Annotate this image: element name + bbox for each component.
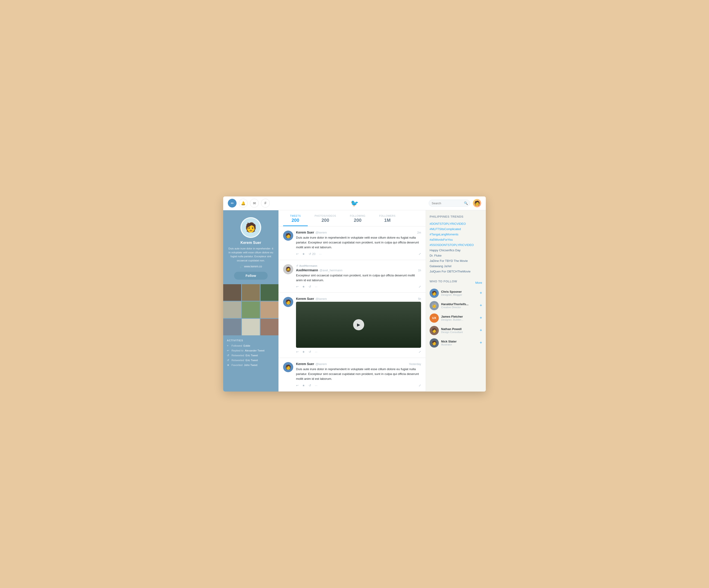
activity-text: Retweeted (232, 354, 244, 357)
suggest-desc: Designer, Blogger (441, 293, 477, 296)
explore-button[interactable]: # (261, 199, 270, 208)
compose-button[interactable]: ✏ (228, 199, 237, 208)
retweet-button[interactable]: ↺ (309, 384, 311, 387)
tweet-avatar[interactable]: 🧑 (283, 362, 293, 372)
follow-button[interactable]: Follow (234, 272, 268, 279)
tab-followers[interactable]: FOLLOWERS 1M (372, 210, 402, 226)
activity-link-john[interactable]: John Tweet (244, 364, 258, 367)
tweet-handle[interactable]: @axel_herrmann (319, 269, 343, 272)
user-avatar-nav[interactable]: 🧑 (473, 199, 481, 207)
add-follow-button[interactable]: + (479, 340, 482, 345)
expand-icon[interactable]: ⤢ (419, 285, 421, 288)
suggest-avatar: UX (429, 314, 439, 323)
photo-cell[interactable] (242, 284, 260, 301)
tweet-handle[interactable]: @kerem (316, 362, 327, 366)
add-follow-button[interactable]: + (479, 303, 482, 308)
activity-link-alexander[interactable]: Alexander Tweet (245, 349, 264, 352)
trend-item[interactable]: Dr. Fluke (429, 253, 482, 258)
photo-cell[interactable] (261, 301, 279, 318)
trends-list: #DONTSTOPLYRICVIDEO #MLFTSItsComplicated… (429, 221, 482, 274)
trend-item[interactable]: #DONTSTOPLYRICVIDEO (429, 221, 482, 226)
photo-cell[interactable] (261, 319, 279, 335)
suggest-name: Nick Slater (441, 340, 477, 343)
tab-tweets[interactable]: TWEETS 200 (283, 210, 308, 226)
wtf-more-link[interactable]: More (475, 281, 482, 285)
tweet-name[interactable]: AxelHerrmann (296, 268, 318, 272)
retweet-button[interactable]: ↺ 20 (309, 252, 315, 256)
tweet-item: 🧑 Kerem Suer @kerem Yesterday Duis aute … (279, 358, 426, 392)
tab-following[interactable]: FOLLOWING 200 (343, 210, 372, 226)
search-input[interactable] (432, 202, 464, 205)
tweet-handle[interactable]: @kerem (316, 231, 327, 234)
trend-item[interactable]: JulQuen For OBTCHTheMovie (429, 269, 482, 274)
wtf-title: WHO TO FOLLOW (429, 279, 457, 283)
add-follow-button[interactable]: + (479, 291, 482, 295)
trend-item[interactable]: JaDine For TBYD The Movie (429, 258, 482, 264)
expand-icon[interactable]: ⤢ (419, 350, 421, 353)
tweet-name[interactable]: Kerem Suer (296, 231, 314, 234)
retweet-button[interactable]: ↺ (309, 350, 311, 353)
more-button[interactable]: ··· (315, 285, 317, 288)
tweet-avatar[interactable]: 🧔 (283, 264, 293, 274)
photo-cell[interactable] (242, 319, 260, 335)
photo-cell[interactable] (242, 301, 260, 318)
activity-link-eddie[interactable]: Eddie (243, 344, 250, 347)
tab-tweets-label: TWEETS (290, 214, 301, 217)
suggest-desc: Creative Director (441, 306, 477, 309)
reply-button[interactable]: ↩ (296, 252, 298, 256)
tweet-name[interactable]: Kerem Suer (296, 362, 314, 366)
reply-button[interactable]: ↩ (296, 285, 298, 288)
tweet-item: 🧑 Kerem Suer @kerem 2m Duis aute irure d… (279, 226, 426, 260)
more-button[interactable]: ··· (315, 350, 317, 353)
search-icon: 🔍 (464, 201, 468, 205)
add-follow-button[interactable]: + (479, 316, 482, 320)
tab-photos-count: 200 (315, 218, 336, 223)
app-window: ✏ 🔔 ✉ # 🐦 🔍 🧑 🧑 Kerem Suer Duis aute iru… (223, 196, 486, 392)
play-button[interactable]: ▶ (353, 319, 364, 330)
messages-button[interactable]: ✉ (250, 199, 259, 208)
tweet-avatar[interactable]: 🧑 (283, 231, 293, 241)
expand-icon[interactable]: ⤢ (419, 252, 421, 256)
tweet-handle[interactable]: @kerem (316, 297, 327, 300)
favorite-button[interactable]: ★ (302, 252, 305, 256)
activity-link-eric1[interactable]: Eric Tweet (245, 354, 258, 357)
suggest-info: HaraldurThorleifs... Creative Director (441, 302, 477, 309)
suggest-avatar: 🧑 (429, 326, 439, 335)
trend-item[interactable]: #5SOSDONTSTOPLYRICVIDEO (429, 242, 482, 248)
photo-cell[interactable] (223, 319, 241, 335)
main-feed: TWEETS 200 PHOTOS/VIDEOS 200 FOLLOWING 2… (279, 210, 426, 392)
trend-item[interactable]: #a5WordsForYou (429, 237, 482, 242)
trend-item[interactable]: #TangaLangMoments (429, 232, 482, 237)
reply-button[interactable]: ↩ (296, 384, 298, 387)
search-box[interactable]: 🔍 (429, 200, 470, 207)
activity-item: ↺ Retweeted Eric Tweet (227, 354, 275, 357)
more-button[interactable]: ··· (319, 252, 321, 256)
notifications-button[interactable]: 🔔 (239, 199, 247, 208)
retweet-button[interactable]: ↺ (309, 285, 311, 288)
favorite-button[interactable]: ★ (302, 285, 305, 288)
favorite-button[interactable]: ★ (302, 350, 305, 353)
tweet-text: Excepteur sint occaecat cupidatat non pr… (296, 273, 421, 283)
tweet-video[interactable]: ▶ (296, 302, 421, 348)
photo-cell[interactable] (223, 301, 241, 318)
tweet-avatar[interactable]: 🧑 (283, 297, 293, 307)
activity-link-eric2[interactable]: Eric Tweet (245, 359, 258, 362)
activities-title: ACTIVITIES (227, 339, 275, 342)
trend-item[interactable]: Galawang JaXel (429, 264, 482, 269)
tab-photos-videos[interactable]: PHOTOS/VIDEOS 200 (308, 210, 343, 226)
profile-url[interactable]: www.kerem.co (244, 265, 262, 268)
more-button[interactable]: ··· (315, 384, 317, 387)
trend-item[interactable]: #MLFTSItsComplicated (429, 226, 482, 232)
tweet-header: Kerem Suer @kerem 2m (296, 231, 421, 234)
add-follow-button[interactable]: + (479, 328, 482, 333)
photo-cell[interactable] (261, 284, 279, 301)
trend-item[interactable]: Happy Chicserifics Day (429, 248, 482, 253)
profile-bio: Duis aute irure dolor in reprehender- it… (228, 247, 274, 263)
suggest-desc: Design Consultant (441, 331, 477, 333)
tweet-name[interactable]: Kerem Suer (296, 297, 314, 300)
favorite-button[interactable]: ★ (302, 384, 305, 387)
photo-cell[interactable] (223, 284, 241, 301)
tweet-text: Duis aute irure dolor in reprehenderit i… (296, 235, 421, 250)
reply-button[interactable]: ↩ (296, 350, 298, 353)
expand-icon[interactable]: ⤢ (419, 384, 421, 387)
